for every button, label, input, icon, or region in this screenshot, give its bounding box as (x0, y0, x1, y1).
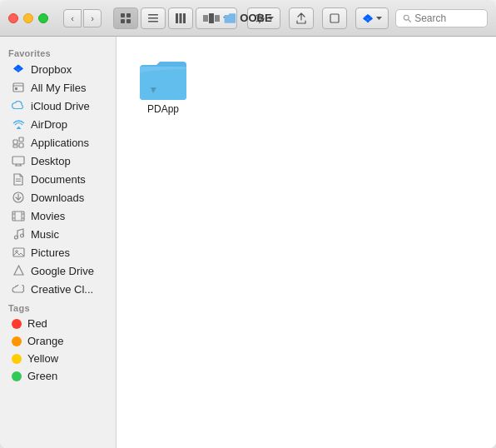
sidebar-item-pictures-label: Pictures (31, 246, 70, 259)
sidebar-item-downloads[interactable]: Downloads (3, 188, 112, 207)
icon-view-icon (120, 12, 131, 24)
sidebar-item-pictures[interactable]: Pictures (3, 243, 112, 261)
svg-rect-4 (148, 14, 158, 16)
applications-icon (12, 136, 25, 149)
pictures-icon (12, 246, 25, 259)
folder-pdapp-icon (138, 58, 188, 100)
folder-pdapp-label: PDApp (147, 103, 179, 115)
sidebar-item-creative-cloud[interactable]: Creative Cl... (3, 280, 112, 298)
movies-icon (12, 209, 25, 222)
sidebar-item-downloads-label: Downloads (31, 192, 84, 204)
sidebar-item-dropbox[interactable]: Dropbox (3, 60, 112, 78)
column-view-icon (175, 12, 186, 24)
svg-marker-54 (14, 266, 23, 275)
svg-rect-0 (121, 13, 125, 17)
airdrop-icon (12, 117, 25, 131)
sidebar-item-red[interactable]: Red (3, 315, 112, 332)
sidebar-item-dropbox-label: Dropbox (31, 63, 72, 76)
svg-rect-11 (209, 13, 214, 23)
dropbox-toolbar-button[interactable] (355, 7, 389, 29)
sidebar-item-movies-label: Movies (31, 210, 65, 222)
creative-cloud-icon (12, 282, 25, 296)
svg-rect-28 (13, 83, 23, 92)
sidebar-item-icloud-drive-label: iCloud Drive (31, 100, 90, 112)
sidebar-item-green[interactable]: Green (3, 367, 112, 385)
forward-button[interactable]: › (83, 9, 102, 27)
svg-rect-12 (215, 15, 220, 22)
svg-rect-31 (13, 140, 17, 144)
svg-rect-16 (330, 14, 339, 22)
main-area: Favorites Dropbox (0, 37, 496, 448)
svg-rect-9 (183, 13, 186, 23)
close-button[interactable] (8, 13, 18, 23)
icloud-drive-icon (12, 99, 25, 112)
dropbox-icon (12, 62, 25, 76)
minimize-button[interactable] (23, 13, 33, 23)
sidebar-item-documents-label: Documents (31, 173, 86, 186)
share-icon (295, 12, 307, 24)
forward-icon: › (91, 13, 94, 23)
svg-rect-43 (12, 212, 24, 221)
svg-rect-5 (148, 17, 158, 19)
green-tag-dot (12, 371, 22, 381)
search-box[interactable] (395, 9, 488, 27)
red-tag-dot (12, 319, 22, 329)
svg-rect-3 (126, 19, 131, 23)
folder-pdapp[interactable]: PDApp (133, 53, 193, 120)
svg-rect-10 (203, 15, 208, 22)
sidebar-item-airdrop[interactable]: AirDrop (3, 115, 112, 133)
maximize-button[interactable] (38, 13, 48, 23)
back-icon: ‹ (71, 13, 74, 23)
sidebar-item-google-drive[interactable]: Google Drive (3, 261, 112, 280)
sidebar-item-google-drive-label: Google Drive (31, 265, 94, 277)
svg-point-22 (404, 15, 409, 20)
svg-marker-21 (376, 17, 382, 20)
sidebar-item-yellow[interactable]: Yellow (3, 350, 112, 367)
svg-rect-32 (19, 137, 23, 142)
sidebar-item-icloud-drive[interactable]: iCloud Drive (3, 97, 112, 115)
svg-rect-6 (148, 21, 158, 22)
window-controls (8, 13, 48, 23)
sidebar-item-applications[interactable]: Applications (3, 133, 112, 152)
sidebar-item-music[interactable]: Music (3, 225, 112, 243)
sidebar-item-movies[interactable]: Movies (3, 207, 112, 225)
window-action-button[interactable] (322, 7, 347, 29)
sidebar-item-green-label: Green (27, 370, 57, 382)
svg-rect-35 (12, 157, 24, 164)
sidebar-item-desktop-label: Desktop (31, 155, 71, 167)
sidebar-item-music-label: Music (31, 228, 59, 241)
svg-rect-2 (121, 19, 125, 23)
share-button[interactable] (289, 7, 314, 29)
sidebar-item-orange[interactable]: Orange (3, 332, 112, 350)
svg-rect-33 (19, 143, 23, 147)
yellow-tag-dot (12, 354, 22, 364)
sidebar-item-airdrop-label: AirDrop (31, 118, 67, 131)
title-bar: ‹ › (0, 0, 496, 37)
window-title-area: OOBE (224, 12, 271, 24)
sidebar-item-all-my-files-label: All My Files (31, 82, 86, 94)
sidebar-item-yellow-label: Yellow (27, 352, 58, 365)
list-view-button[interactable] (141, 7, 166, 29)
sidebar-item-desktop[interactable]: Desktop (3, 152, 112, 170)
dropbox-toolbar-icon (362, 12, 374, 24)
back-button[interactable]: ‹ (63, 9, 82, 27)
nav-arrows: ‹ › (63, 9, 102, 27)
rectangle-icon (329, 12, 340, 24)
content-area: PDApp (117, 37, 496, 448)
sidebar-item-all-my-files[interactable]: All My Files (3, 78, 112, 97)
music-icon (12, 227, 25, 241)
icon-view-button[interactable] (113, 7, 138, 29)
svg-rect-8 (180, 13, 182, 23)
sidebar-item-documents[interactable]: Documents (3, 170, 112, 188)
favorites-label: Favorites (0, 43, 116, 60)
svg-rect-1 (126, 13, 131, 17)
all-my-files-icon (12, 81, 25, 94)
window-title: OOBE (240, 12, 271, 24)
tags-label: Tags (0, 298, 116, 315)
orange-tag-dot (12, 336, 22, 346)
search-icon (403, 13, 411, 23)
downloads-icon (12, 191, 25, 204)
column-view-button[interactable] (168, 7, 193, 29)
search-input[interactable] (414, 12, 480, 24)
sidebar-item-orange-label: Orange (27, 335, 63, 347)
